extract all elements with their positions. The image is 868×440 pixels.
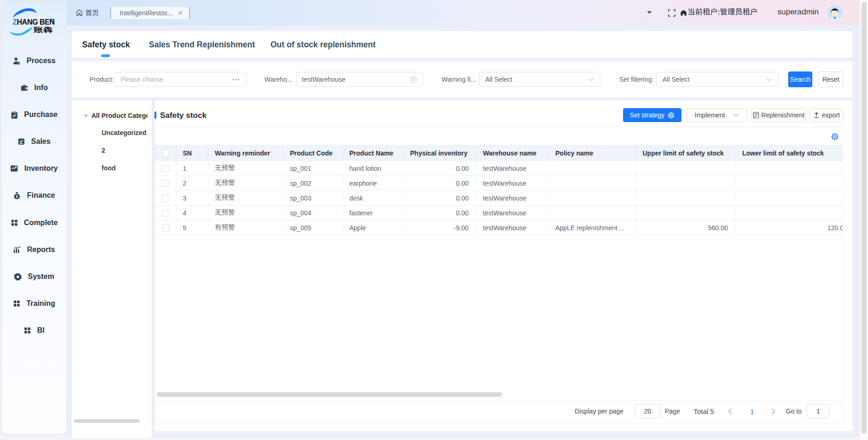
svg-text:ZHANG BEN: ZHANG BEN bbox=[13, 18, 55, 26]
